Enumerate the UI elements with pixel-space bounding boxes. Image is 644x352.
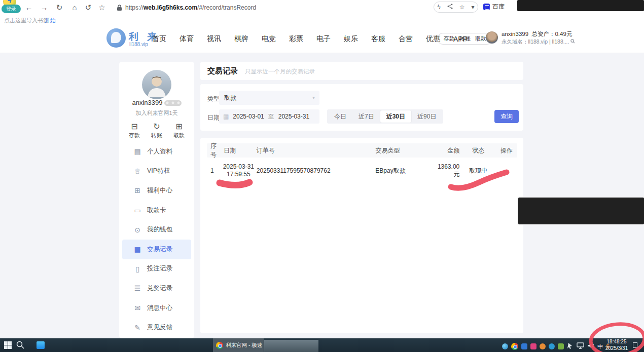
date-range-input[interactable]: ▦ 2025-03-01 至 2025-03-31	[219, 109, 319, 124]
windows-taskbar: 利来官网 - 极速浏... 中 S 18:48:25 2025/3/31	[0, 338, 644, 352]
url-scheme: https://	[125, 4, 144, 11]
bet-record-icon: ▯	[133, 265, 141, 273]
forward-icon[interactable]: →	[39, 2, 50, 14]
favorite-star-icon[interactable]: ☆	[459, 4, 465, 11]
chevron-down-icon[interactable]: ▾	[471, 4, 474, 11]
header-avatar[interactable]	[486, 31, 498, 44]
taskbar-mail-icon[interactable]	[37, 341, 45, 349]
sidebar-transfer-button[interactable]: ↻ 转账	[147, 122, 167, 139]
table-row: 1 2025-03-3117:59:55 2025033117595570879…	[207, 158, 517, 184]
assets-label: 总资产：	[531, 31, 555, 37]
date-line2: 17:59:55	[227, 171, 251, 178]
sidebar-withdraw-button[interactable]: ⊞ 取款	[169, 122, 189, 139]
baidu-search-button[interactable]: 百度	[483, 3, 505, 11]
range-30d-button[interactable]: 近30日	[380, 110, 411, 123]
back-icon[interactable]: ←	[23, 2, 34, 14]
sidebar-item-vip[interactable]: ♕VIP特权	[119, 162, 194, 181]
range-90d-button[interactable]: 近90日	[411, 110, 442, 123]
sidebar-item-redeem-records[interactable]: ☰兑奖记录	[119, 279, 194, 298]
taskbar-active-task[interactable]: 利来官网 - 极速浏...	[213, 338, 264, 352]
refresh-icon[interactable]: ↻	[54, 2, 65, 14]
nav-item-partner[interactable]: 合营	[399, 34, 413, 44]
deposit-label: 存款	[129, 132, 140, 138]
tray-chrome-icon[interactable]	[511, 343, 518, 350]
menu-label: VIP特权	[147, 167, 170, 175]
profile-avatar[interactable]	[142, 70, 171, 99]
wallet-icon: ⊙	[133, 226, 141, 234]
bookmarks-bar: 点击这里导入书签， 开始	[0, 15, 644, 24]
nav-item-sports[interactable]: 体育	[180, 34, 194, 44]
header-transfer-button[interactable]: 转账	[459, 35, 471, 43]
nav-item-esports[interactable]: 电竞	[262, 34, 276, 44]
amount-unit: 元	[453, 171, 459, 178]
sidebar-deposit-button[interactable]: ⊟ 存款	[124, 122, 145, 139]
network-app-icon[interactable]	[502, 343, 508, 349]
cell-order-no: 2025033117595570879762	[256, 167, 376, 174]
quick-range-group: 今日 近7日 近30日 近90日	[327, 109, 443, 124]
query-button[interactable]: 查询	[494, 110, 519, 123]
taskbar-search-icon[interactable]	[16, 341, 24, 351]
volume-icon[interactable]	[587, 342, 594, 351]
date-to-value: 2025-03-31	[278, 113, 309, 120]
redacted-area-mid	[518, 198, 644, 224]
sidebar-item-feedback[interactable]: ✎意见反馈	[119, 318, 194, 337]
nav-item-lottery[interactable]: 彩票	[289, 34, 303, 44]
taskbar-window-preview[interactable]	[264, 340, 318, 352]
address-bar[interactable]: https://web.i6g5h6ks.com/#/record/transR…	[125, 4, 256, 11]
table-header-row: 序号 日期 订单号 交易类型 金额 状态 操作	[207, 143, 517, 158]
sidebar-item-transactions[interactable]: ▦交易记录	[122, 240, 191, 259]
sidebar-item-withdraw-card[interactable]: ▭取款卡	[119, 201, 194, 220]
sidebar: anxin3399 加入利来官网1天 ⊟ 存款 ↻ 转账 ⊞ 取款 ▤个人资料 …	[119, 62, 194, 338]
nav-item-service[interactable]: 客服	[371, 34, 385, 44]
browser-login-button[interactable]: 登录	[2, 5, 21, 13]
search-icon[interactable]	[570, 39, 575, 44]
sidebar-item-messages[interactable]: ✉消息中心	[119, 298, 194, 318]
bookmark-start-link[interactable]: 开始	[45, 17, 56, 24]
nav-item-home[interactable]: 首页	[152, 34, 166, 44]
crown-icon: ♕	[133, 167, 141, 175]
nav-item-entertainment[interactable]: 娱乐	[344, 34, 358, 44]
col-date: 日期	[222, 147, 256, 154]
telegram-icon[interactable]	[549, 343, 555, 349]
home-icon[interactable]: ⌂	[69, 2, 80, 14]
menu-label: 投注记录	[147, 264, 172, 273]
sidebar-item-welfare[interactable]: ⊞福利中心	[119, 181, 194, 201]
nav-item-live-video[interactable]: 视讯	[207, 34, 221, 44]
type-select[interactable]: 取款 ▾	[219, 91, 319, 105]
col-seq: 序号	[207, 142, 222, 159]
bookmark-star-icon[interactable]: ☆	[96, 2, 108, 14]
share-icon[interactable]	[447, 4, 453, 11]
amount-value: 1363.00	[438, 163, 459, 170]
header-user-info[interactable]: anxin3399 总资产：0.49元 永久域名：ll188.vip | ll1…	[502, 30, 575, 46]
range-today-button[interactable]: 今日	[328, 110, 352, 123]
sidebar-item-profile[interactable]: ▤个人资料	[119, 142, 194, 162]
task-label: 利来官网 - 极速浏...	[226, 342, 262, 349]
lightning-icon[interactable]: ϟ	[437, 4, 440, 11]
menu-label: 交易记录	[147, 245, 172, 254]
blue-app-icon[interactable]	[521, 343, 527, 349]
nav-item-chess[interactable]: 棋牌	[234, 34, 248, 44]
taskbar-clock[interactable]: 18:48:25 2025/3/31	[602, 339, 631, 351]
undo-icon[interactable]: ↺	[83, 2, 94, 14]
vip-badge	[164, 100, 182, 106]
menu-label: 个人资料	[147, 147, 172, 156]
sidebar-item-wallet[interactable]: ⊙我的钱包	[119, 220, 194, 240]
header-deposit-button[interactable]: 存款	[444, 35, 455, 43]
nav-item-slots[interactable]: 电子	[316, 34, 331, 44]
range-7d-button[interactable]: 近7日	[352, 110, 380, 123]
site-logo-icon[interactable]	[106, 28, 126, 48]
start-button[interactable]	[4, 341, 12, 351]
monitor-icon[interactable]	[577, 342, 584, 351]
pointer-icon[interactable]	[567, 342, 574, 351]
header-withdraw-button[interactable]: 取款	[475, 35, 486, 43]
cell-type: EBpay取款	[375, 167, 434, 175]
cell-status: 取现中	[467, 167, 490, 175]
cell-seq: 1	[207, 167, 222, 174]
pink-app-icon[interactable]	[530, 343, 536, 349]
orange-app-icon[interactable]	[540, 343, 546, 349]
show-desktop-button[interactable]	[633, 342, 637, 348]
baidu-label: 百度	[492, 3, 505, 11]
nvidia-icon[interactable]	[558, 343, 564, 349]
withdraw-label: 取款	[173, 132, 185, 138]
sidebar-item-bet-records[interactable]: ▯投注记录	[119, 259, 194, 279]
